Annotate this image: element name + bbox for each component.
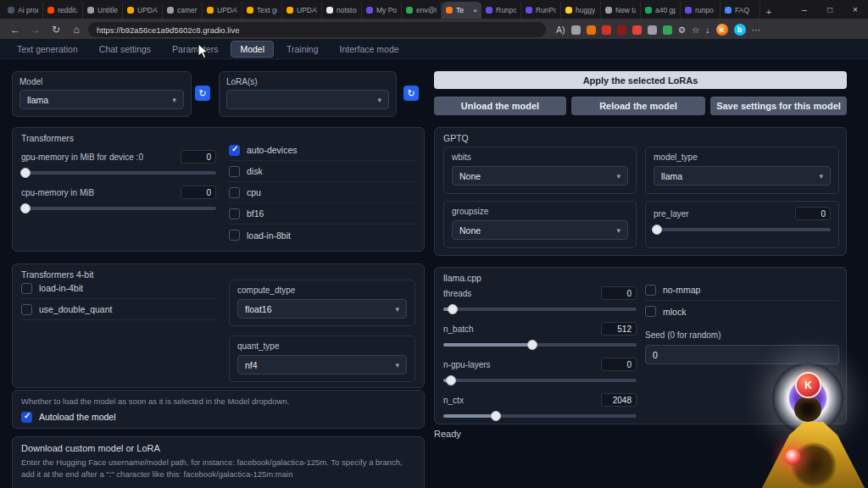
tab-training[interactable]: Training	[278, 42, 327, 57]
checkbox-load-in-4bit[interactable]: load-in-4bit	[21, 278, 216, 299]
n-ctx-slider[interactable]	[443, 414, 637, 418]
browser-tab-active[interactable]: Te×	[442, 2, 481, 19]
tab-chat-settings[interactable]: Chat settings	[91, 42, 159, 57]
browser-tab[interactable]: a40 gp	[641, 2, 681, 19]
pre-layer-slider[interactable]	[654, 228, 831, 231]
checkbox-disk[interactable]: disk	[229, 161, 415, 182]
apply-loras-button[interactable]: Apply the selected LoRAs	[434, 71, 847, 89]
checkbox-icon[interactable]	[21, 412, 32, 423]
checkbox-mlock[interactable]: mlock	[645, 301, 839, 322]
slider-thumb[interactable]	[491, 411, 501, 421]
browser-tab[interactable]: FAQ	[721, 2, 760, 19]
profile-avatar[interactable]: K	[716, 24, 728, 36]
tab-close-icon[interactable]: ×	[473, 7, 477, 14]
reload-model-button[interactable]: Reload the model	[571, 97, 705, 115]
browser-tab[interactable]: notston	[322, 2, 362, 19]
gear-icon[interactable]: ⚙	[678, 25, 686, 35]
address-bar[interactable]: https://b92a56ce1a9d5602c8.gradio.live	[88, 22, 546, 37]
extension-icon[interactable]	[663, 25, 672, 35]
favorites-icon[interactable]: ☆	[692, 25, 699, 35]
slider-thumb[interactable]	[20, 203, 31, 214]
slider-thumb[interactable]	[448, 304, 458, 314]
n-gpu-layers-value-input[interactable]: 0	[601, 358, 637, 371]
checkbox-icon[interactable]	[229, 230, 240, 241]
unload-model-button[interactable]: Unload the model	[434, 97, 566, 115]
refresh-loras-button[interactable]: ↻	[403, 86, 419, 101]
tab-parameters[interactable]: Parameters	[164, 42, 226, 57]
checkbox-cpu[interactable]: cpu	[229, 182, 415, 203]
back-icon[interactable]: ←	[7, 24, 24, 36]
compute-dtype-dropdown[interactable]: float16 ▾	[237, 299, 407, 319]
tab-model[interactable]: Model	[231, 41, 274, 58]
bing-icon[interactable]: b	[734, 24, 746, 36]
pre-layer-value-input[interactable]: 0	[795, 207, 831, 220]
tab-interface-mode[interactable]: Interface mode	[331, 42, 408, 57]
camera-icon[interactable]	[648, 25, 657, 35]
slider-thumb[interactable]	[527, 340, 537, 350]
checkbox-icon[interactable]	[229, 166, 240, 177]
checkbox-icon[interactable]	[21, 304, 32, 315]
extension-icon[interactable]	[632, 25, 642, 35]
browser-tab[interactable]: UPDAT	[203, 2, 242, 19]
n-gpu-layers-slider[interactable]	[443, 379, 637, 382]
more-icon[interactable]: ⋯	[752, 25, 761, 35]
browser-tab[interactable]: reddit.c	[43, 2, 83, 19]
new-tab-button[interactable]: +	[762, 5, 776, 19]
checkbox-use-double-quant[interactable]: use_double_quant	[21, 299, 216, 320]
checkbox-auto-devices[interactable]: auto-devices	[229, 140, 415, 161]
browser-tab[interactable]: camer	[163, 2, 203, 19]
checkbox-load-in-8bit[interactable]: load-in-8bit	[229, 225, 415, 246]
browser-tab[interactable]: env@0	[402, 2, 442, 19]
wbits-dropdown[interactable]: None ▾	[452, 166, 628, 186]
read-aloud-icon[interactable]: A)	[556, 25, 565, 35]
browser-tab[interactable]: runpo	[681, 2, 721, 19]
checkbox-icon[interactable]	[229, 145, 240, 156]
close-button[interactable]: ×	[843, 0, 868, 19]
checkbox-icon[interactable]	[645, 285, 656, 296]
checkbox-icon[interactable]	[229, 208, 240, 219]
checkbox-icon[interactable]	[645, 306, 656, 317]
threads-slider[interactable]	[443, 308, 637, 311]
browser-tab[interactable]: UPDAT	[282, 2, 322, 19]
browser-tab[interactable]: Text ge	[242, 2, 282, 19]
threads-value-input[interactable]: 0	[601, 286, 637, 300]
refresh-models-button[interactable]: ↻	[195, 86, 210, 101]
browser-tab[interactable]: New ta	[601, 2, 641, 19]
extension-icon[interactable]	[587, 25, 596, 35]
minimize-button[interactable]: –	[792, 0, 817, 19]
checkbox-no-mmap[interactable]: no-mmap	[645, 280, 839, 301]
maximize-button[interactable]: □	[817, 0, 843, 19]
slider-thumb[interactable]	[652, 225, 662, 235]
lora-dropdown[interactable]: ▾	[226, 90, 389, 109]
home-icon[interactable]: ⌂	[68, 24, 85, 36]
slider-thumb[interactable]	[446, 375, 456, 385]
slider-thumb[interactable]	[20, 168, 31, 178]
n-batch-value-input[interactable]: 512	[601, 322, 637, 336]
n-batch-slider[interactable]	[443, 343, 637, 347]
model-dropdown[interactable]: llama ▾	[19, 90, 184, 109]
browser-tab[interactable]: RunPo	[521, 2, 561, 19]
browser-tab[interactable]: huggy	[561, 2, 601, 19]
save-settings-button[interactable]: Save settings for this model	[710, 97, 847, 115]
checkbox-icon[interactable]	[229, 187, 240, 198]
groupsize-dropdown[interactable]: None ▾	[452, 220, 628, 240]
browser-tab[interactable]: Runpoc	[481, 2, 521, 19]
forward-icon[interactable]: →	[27, 24, 44, 36]
extension-icon[interactable]	[617, 25, 626, 35]
refresh-icon[interactable]: ↻	[47, 24, 64, 36]
quant-type-dropdown[interactable]: nf4 ▾	[237, 355, 407, 374]
split-screen-icon[interactable]	[571, 25, 581, 35]
n-ctx-value-input[interactable]: 2048	[601, 393, 637, 407]
checkbox-icon[interactable]	[21, 283, 32, 294]
downloads-icon[interactable]: ↓	[705, 25, 709, 35]
browser-tab[interactable]: Untitled	[83, 2, 123, 19]
model-type-dropdown[interactable]: llama ▾	[654, 166, 831, 186]
checkbox-autoload[interactable]: Autoload the model	[21, 412, 415, 423]
browser-tab[interactable]: My Pod	[362, 2, 402, 19]
browser-tab[interactable]: UPDAT	[123, 2, 163, 19]
checkbox-bf16[interactable]: bf16	[229, 203, 415, 225]
cpu-memory-value-input[interactable]: 0	[181, 186, 216, 199]
gpu-memory-value-input[interactable]: 0	[181, 150, 216, 164]
browser-tab[interactable]: Ai prod	[3, 2, 43, 19]
gpu-memory-slider[interactable]	[21, 171, 216, 175]
